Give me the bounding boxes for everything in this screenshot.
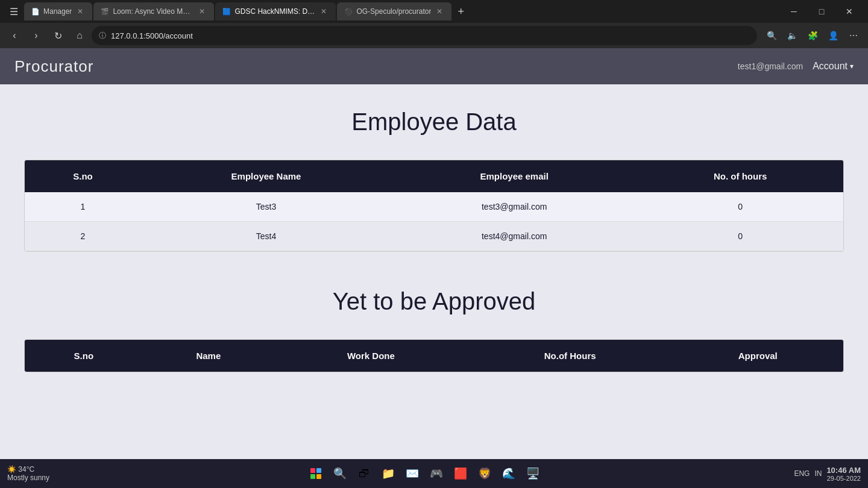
cell-sno: 1	[25, 192, 141, 222]
refresh-button[interactable]: ↻	[48, 26, 68, 45]
close-button[interactable]: ✕	[835, 2, 863, 20]
taskbar-time: 10:46 AM	[826, 466, 861, 475]
tab-gdsc-icon: 🟦	[222, 7, 231, 16]
taskbar-region: IN	[814, 469, 822, 478]
back-button[interactable]: ‹	[5, 26, 24, 45]
account-menu-button[interactable]: Account ▾	[813, 61, 854, 72]
tab-loom[interactable]: 🎬 Loom: Async Video Messaging f... ✕	[93, 2, 214, 20]
weather-temp: 34°C	[18, 465, 34, 474]
tab-manager-icon: 📄	[31, 7, 40, 16]
search-icon-btn[interactable]: 🔍	[762, 26, 781, 45]
taskbar-center: 🔍 🗗 📁 ✉️ 🎮 🟥 🦁 🌊 🖥️	[54, 463, 794, 484]
cell-name: Test3	[141, 192, 391, 222]
tab-gdsc-label: GDSC HackNMIMS: Dashboard |	[234, 7, 315, 16]
minimize-button[interactable]: ─	[780, 2, 808, 20]
maximize-button[interactable]: □	[808, 2, 835, 20]
window-controls: ─ □ ✕	[780, 2, 863, 20]
tab-loom-label: Loom: Async Video Messaging f...	[113, 7, 193, 16]
extensions-icon-btn[interactable]: 🧩	[803, 26, 822, 45]
tab-github-label: OG-Speculo/procurator	[356, 7, 431, 16]
profile-icon-btn[interactable]: 👤	[823, 26, 843, 45]
col-no-of-hours: No.of Hours	[468, 340, 673, 372]
weather-condition: Mostly sunny	[7, 474, 49, 482]
weather-icon: ☀️	[7, 465, 16, 474]
url-bar[interactable]: ⓘ 127.0.0.1:5000/account	[92, 26, 757, 45]
tab-github-close[interactable]: ✕	[435, 7, 444, 16]
account-label: Account	[813, 61, 848, 72]
main-content: Employee Data S.no Employee Name Employe…	[0, 84, 868, 459]
forward-button[interactable]: ›	[27, 26, 46, 45]
tab-github-icon: ⚫	[344, 7, 353, 16]
tab-bar: ☰ 📄 Manager ✕ 🎬 Loom: Async Video Messag…	[0, 0, 868, 23]
employee-table-row: 2 Test4 test4@gmail.com 0	[25, 222, 843, 251]
new-tab-button[interactable]: +	[453, 5, 469, 18]
address-bar: ‹ › ↻ ⌂ ⓘ 127.0.0.1:5000/account 🔍 🔈 🧩 👤…	[0, 23, 868, 48]
brave-button[interactable]: 🦁	[474, 463, 495, 484]
employee-table-row: 1 Test3 test3@gmail.com 0	[25, 192, 843, 222]
search-taskbar-button[interactable]: 🔍	[329, 463, 351, 484]
taskbar-left: ☀️ 34°C Mostly sunny	[7, 465, 54, 482]
col-sno: S.no	[25, 340, 143, 372]
taskbar-right: ENG IN 10:46 AM 29-05-2022	[794, 466, 861, 482]
tab-manager-close[interactable]: ✕	[75, 7, 85, 16]
approval-table: S.no Name Work Done No.of Hours Approval	[25, 340, 843, 372]
mail-button[interactable]: ✉️	[401, 463, 423, 484]
taskbar-clock: 10:46 AM 29-05-2022	[826, 466, 861, 482]
employee-table: S.no Employee Name Employee email No. of…	[25, 160, 843, 251]
xbox-button[interactable]: 🎮	[426, 463, 447, 484]
tab-manager[interactable]: 📄 Manager ✕	[24, 2, 92, 20]
edge-button[interactable]: 🌊	[498, 463, 520, 484]
approval-table-container: S.no Name Work Done No.of Hours Approval	[24, 339, 844, 372]
col-name: Name	[143, 340, 274, 372]
col-employee-email: Employee email	[391, 160, 637, 192]
approval-section-title: Yet to be Approved	[24, 288, 844, 315]
col-no-of-hours: No. of hours	[637, 160, 843, 192]
tab-gdsc[interactable]: 🟦 GDSC HackNMIMS: Dashboard | ✕	[215, 2, 336, 20]
app-container: Procurator test1@gmail.com Account ▾ Emp…	[0, 48, 868, 488]
taskbar-lang: ENG	[794, 469, 810, 478]
cell-email: test3@gmail.com	[391, 192, 637, 222]
sidebar-toggle-button[interactable]: ☰	[5, 4, 23, 20]
url-text: 127.0.0.1:5000/account	[111, 31, 193, 40]
taskbar: ☀️ 34°C Mostly sunny 🔍 🗗 📁 ✉️ 🎮 🟥 🦁 🌊 🖥️…	[0, 459, 868, 488]
taskbar-date: 29-05-2022	[826, 475, 861, 482]
read-aloud-icon-btn[interactable]: 🔈	[782, 26, 802, 45]
taskbar-weather: ☀️ 34°C Mostly sunny	[7, 465, 49, 482]
navbar: Procurator test1@gmail.com Account ▾	[0, 48, 868, 84]
chevron-down-icon: ▾	[850, 62, 854, 70]
navbar-brand: Procurator	[14, 57, 93, 76]
col-sno: S.no	[25, 160, 141, 192]
browser-chrome: ☰ 📄 Manager ✕ 🎬 Loom: Async Video Messag…	[0, 0, 868, 48]
toolbar-icons: 🔍 🔈 🧩 👤 ⋯	[762, 26, 863, 45]
cell-hours: 0	[637, 192, 843, 222]
col-approval: Approval	[673, 340, 843, 372]
employee-table-container: S.no Employee Name Employee email No. of…	[24, 160, 844, 252]
employee-table-header-row: S.no Employee Name Employee email No. of…	[25, 160, 843, 192]
employee-data-title: Employee Data	[24, 108, 844, 136]
task-view-button[interactable]: 🗗	[353, 463, 375, 484]
navbar-email: test1@gmail.com	[738, 61, 803, 71]
cell-hours: 0	[637, 222, 843, 251]
start-button[interactable]	[305, 463, 327, 484]
col-employee-name: Employee Name	[141, 160, 391, 192]
tab-github[interactable]: ⚫ OG-Speculo/procurator ✕	[337, 2, 451, 20]
col-work-done: Work Done	[274, 340, 468, 372]
secure-icon: ⓘ	[99, 31, 106, 41]
tab-loom-close[interactable]: ✕	[197, 7, 207, 16]
navbar-right: test1@gmail.com Account ▾	[738, 61, 854, 72]
menu-icon-btn[interactable]: ⋯	[844, 26, 863, 45]
cell-sno: 2	[25, 222, 141, 251]
home-button[interactable]: ⌂	[70, 26, 89, 45]
pycharm-button[interactable]: 🖥️	[522, 463, 544, 484]
cell-email: test4@gmail.com	[391, 222, 637, 251]
office-button[interactable]: 🟥	[450, 463, 471, 484]
tab-manager-label: Manager	[43, 7, 72, 16]
tab-loom-icon: 🎬	[101, 7, 109, 16]
approval-table-header-row: S.no Name Work Done No.of Hours Approval	[25, 340, 843, 372]
cell-name: Test4	[141, 222, 391, 251]
tab-gdsc-close[interactable]: ✕	[319, 7, 329, 16]
file-explorer-button[interactable]: 📁	[377, 463, 399, 484]
